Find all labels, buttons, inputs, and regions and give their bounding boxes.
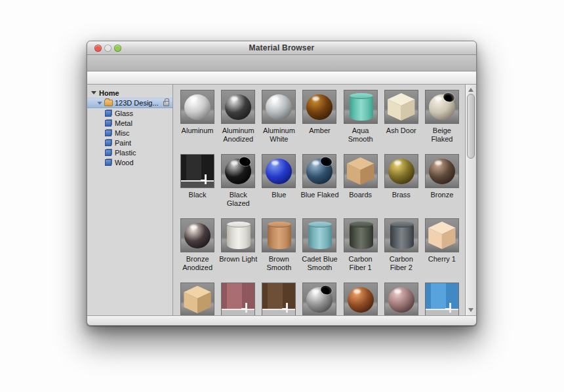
zoom-button[interactable]: [114, 45, 121, 52]
highlight-glint: [435, 161, 442, 165]
material-item[interactable]: Aqua Smooth: [340, 90, 381, 154]
material-label: Brass: [392, 191, 411, 199]
material-item[interactable]: Brown Smooth: [258, 218, 299, 283]
material-thumbnail: [384, 90, 418, 124]
material-item[interactable]: Bronze Anodized: [177, 218, 218, 283]
material-item[interactable]: Aluminum Anodized: [218, 90, 258, 154]
material-label: Aluminum Anodized: [218, 127, 258, 144]
main-area: Home 123D Desig... GlassMetalMiscPaintPl…: [87, 85, 476, 315]
highlight-glint: [190, 96, 197, 101]
category-label: Misc: [115, 129, 130, 137]
scrollbar-thumb[interactable]: [467, 94, 475, 159]
material-item[interactable]: Carbon Fiber 2: [381, 218, 422, 283]
category-label: Plastic: [115, 149, 136, 157]
scroll-up-arrow-icon[interactable]: [468, 88, 473, 92]
highlight-glint: [394, 161, 401, 165]
sidebar-item-metal[interactable]: Metal: [87, 118, 172, 128]
sidebar-item-plastic[interactable]: Plastic: [87, 147, 172, 157]
sidebar-tree: Home 123D Desig... GlassMetalMiscPaintPl…: [87, 85, 173, 315]
material-thumbnail: [262, 90, 296, 124]
material-thumbnail: [425, 283, 459, 315]
highlight-glint: [435, 96, 442, 101]
vertical-scrollbar[interactable]: [465, 85, 476, 315]
material-thumbnail: [302, 283, 336, 315]
material-thumbnail: [384, 283, 418, 315]
sphere-shape: [266, 159, 292, 184]
material-item[interactable]: Aluminum: [177, 90, 218, 154]
sphere-shape: [348, 287, 374, 313]
minimize-button[interactable]: [104, 45, 111, 52]
material-thumbnail: [180, 154, 214, 188]
sidebar-item-misc[interactable]: Misc: [87, 128, 172, 138]
material-thumbnail: [302, 218, 336, 252]
sphere-shape: [184, 223, 211, 248]
material-category-icon: [105, 129, 112, 136]
material-item[interactable]: Black Glazed: [218, 154, 258, 218]
material-category-icon: [105, 159, 112, 166]
floor-shape: [426, 309, 458, 315]
title-bar: Material Browser: [87, 41, 476, 55]
sidebar-item-home[interactable]: Home: [87, 88, 172, 98]
disclosure-triangle-icon[interactable]: [91, 91, 96, 94]
material-item[interactable]: Blue: [258, 154, 299, 218]
sidebar-item-paint[interactable]: Paint: [87, 138, 172, 147]
material-thumbnail: [302, 90, 336, 124]
scroll-down-arrow-icon[interactable]: [468, 308, 473, 312]
sphere-shape: [225, 94, 251, 120]
sidebar-item-glass[interactable]: Glass: [87, 108, 172, 118]
material-thumbnail: [425, 90, 459, 124]
materials-grid: AluminumAluminum AnodizedAluminum WhiteA…: [173, 85, 465, 315]
material-thumbnail: [262, 154, 296, 188]
material-thumbnail: [425, 154, 459, 188]
material-item[interactable]: Boards: [340, 154, 381, 218]
cylinder-shape: [308, 224, 332, 249]
material-item[interactable]: [422, 283, 462, 315]
material-item[interactable]: [218, 283, 258, 315]
cylinder-shape: [268, 224, 291, 249]
material-item[interactable]: Cherry 1: [422, 218, 462, 283]
filter-bar: [87, 71, 476, 85]
material-item[interactable]: Carbon Fiber 1: [340, 218, 381, 283]
material-thumbnail: [425, 218, 459, 252]
material-item[interactable]: [381, 283, 422, 315]
material-label: Cherry 1: [428, 255, 456, 264]
sidebar-item-wood[interactable]: Wood: [87, 157, 172, 167]
material-item[interactable]: Ash Door: [381, 90, 422, 154]
material-item[interactable]: [258, 283, 299, 315]
material-item[interactable]: Blue Flaked: [299, 154, 340, 218]
disclosure-triangle-icon[interactable]: [97, 102, 102, 105]
material-item[interactable]: Aluminum White: [258, 90, 299, 154]
material-item[interactable]: [177, 283, 218, 315]
material-thumbnail: [262, 218, 296, 252]
chair-shape: [445, 303, 451, 313]
material-thumbnail: [384, 154, 418, 188]
cylinder-shape: [390, 224, 414, 249]
material-item[interactable]: Amber: [299, 90, 340, 154]
material-item[interactable]: Black: [177, 154, 218, 218]
material-label: Amber: [309, 127, 330, 135]
material-item[interactable]: Brass: [381, 154, 422, 218]
cylinder-cap-shape: [350, 93, 373, 99]
home-label: Home: [99, 89, 119, 97]
material-item[interactable]: Brown Light: [218, 218, 258, 283]
material-thumbnail: [344, 218, 378, 252]
material-thumbnail: [302, 154, 336, 188]
window-title: Material Browser: [249, 43, 315, 52]
close-button[interactable]: [94, 45, 102, 52]
material-label: Aluminum: [182, 127, 214, 135]
material-label: Blue Flaked: [300, 191, 338, 199]
material-item[interactable]: [340, 283, 381, 315]
cylinder-cap-shape: [227, 222, 251, 227]
material-label: Black Glazed: [218, 191, 258, 208]
material-item[interactable]: Cadet Blue Smooth: [299, 218, 340, 283]
material-item[interactable]: Beige Flaked: [422, 90, 462, 154]
material-item[interactable]: [299, 283, 340, 315]
material-label: Aqua Smooth: [340, 127, 381, 144]
chair-shape: [201, 174, 207, 184]
material-item[interactable]: Bronze: [422, 154, 462, 218]
sphere-shape: [306, 94, 332, 120]
material-category-icon: [105, 119, 112, 127]
sidebar-item-123d-design[interactable]: 123D Desig...: [87, 98, 172, 108]
floor-shape: [262, 309, 295, 315]
toolbar: [87, 55, 476, 71]
